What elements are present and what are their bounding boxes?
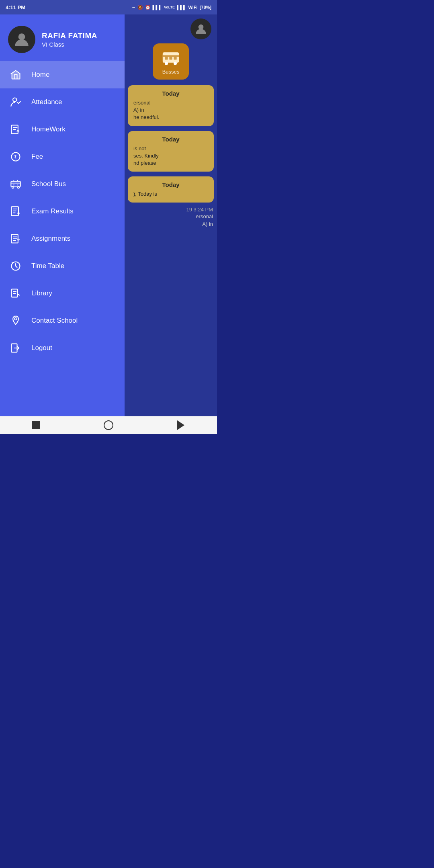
contactschool-icon xyxy=(9,314,23,328)
timetable-icon xyxy=(9,259,23,273)
signal-bars-icon: ▌▌▌ xyxy=(153,5,162,10)
nav-item-fee[interactable]: ₹ Fee xyxy=(0,143,125,170)
circle-icon xyxy=(104,420,113,430)
card-text-1: ersonalA) inhe needful. xyxy=(133,99,208,121)
assignments-icon xyxy=(9,232,23,246)
nav-list: Home Attedance xyxy=(0,61,125,416)
library-icon xyxy=(9,287,23,300)
notification-card-2[interactable]: Today is notses. Kindlynd please xyxy=(128,131,214,172)
schoolbus-icon xyxy=(9,177,23,191)
back-icon xyxy=(177,420,184,430)
sidebar: RAFIA FATIMA VI Class Home xyxy=(0,14,125,416)
right-panel: Busses Today ersonalA) inhe needful. Tod… xyxy=(125,14,217,416)
profile-section: RAFIA FATIMA VI Class xyxy=(0,14,125,61)
attendance-icon xyxy=(9,95,23,109)
alarm-icon: ⏰ xyxy=(145,5,151,10)
nav-label-examresults: Exam Results xyxy=(31,207,74,215)
nav-item-library[interactable]: Library xyxy=(0,280,125,307)
buses-label: Busses xyxy=(162,69,180,75)
main-layout: RAFIA FATIMA VI Class Home xyxy=(0,14,217,416)
signal-bars2-icon: ▌▌▌ xyxy=(177,5,186,10)
svg-text:₹: ₹ xyxy=(14,154,17,160)
svg-point-6 xyxy=(12,186,14,188)
buses-btn-container: Busses xyxy=(125,43,217,84)
back-button[interactable] xyxy=(175,419,187,431)
svg-rect-20 xyxy=(169,57,172,59)
nav-item-assignments[interactable]: Assignments xyxy=(0,225,125,252)
svg-rect-21 xyxy=(174,57,176,59)
nav-label-home: Home xyxy=(31,71,49,79)
nav-label-assignments: Assignments xyxy=(31,235,70,243)
nav-item-home[interactable]: Home xyxy=(0,61,125,88)
square-button[interactable] xyxy=(30,419,42,431)
volte-icon: VoLTE xyxy=(164,5,175,9)
profile-name: RAFIA FATIMA xyxy=(42,31,97,40)
nav-label-library: Library xyxy=(31,289,52,297)
svg-point-14 xyxy=(199,25,204,30)
card-text-3: ), Today is xyxy=(133,190,208,198)
nav-item-logout[interactable]: Logout xyxy=(0,334,125,362)
battery-icon: [78%] xyxy=(200,5,211,10)
notification-card-1[interactable]: Today ersonalA) inhe needful. xyxy=(128,85,214,126)
nav-label-contactschool: Contact School xyxy=(31,317,78,325)
status-time: 4:11 PM xyxy=(6,4,25,10)
top-avatar-icon xyxy=(194,23,207,35)
top-right-area xyxy=(125,14,217,43)
nav-item-schoolbus[interactable]: School Bus xyxy=(0,170,125,198)
nav-label-fee: Fee xyxy=(31,153,43,161)
card-date-2: Today xyxy=(133,136,208,143)
homework-icon xyxy=(9,123,23,136)
svg-point-12 xyxy=(14,317,17,320)
bottom-preview-1: ersonal xyxy=(192,213,217,220)
card-text-2: is notses. Kindlynd please xyxy=(133,145,208,167)
fee-icon: ₹ xyxy=(9,150,23,164)
wifi-icon: WiFi xyxy=(188,5,198,10)
home-button[interactable] xyxy=(102,419,115,431)
buses-icon xyxy=(162,49,180,66)
avatar-icon xyxy=(13,31,30,48)
nav-item-contactschool[interactable]: Contact School xyxy=(0,307,125,334)
bottom-timestamp: 19 3:24 PM xyxy=(182,204,217,213)
logout-icon xyxy=(9,341,23,355)
bottom-bar xyxy=(0,416,217,434)
nav-item-homework[interactable]: HomeWork xyxy=(0,116,125,143)
cards-area: Today ersonalA) inhe needful. Today is n… xyxy=(125,84,217,204)
nav-label-schoolbus: School Bus xyxy=(31,180,66,188)
svg-rect-5 xyxy=(11,181,20,187)
notification-card-3[interactable]: Today ), Today is xyxy=(128,176,214,203)
buses-button[interactable]: Busses xyxy=(153,43,189,80)
nav-label-timetable: Time Table xyxy=(31,262,64,270)
svg-rect-19 xyxy=(165,57,168,59)
bottom-preview-2: A) in xyxy=(198,220,217,228)
card-date-3: Today xyxy=(133,181,208,188)
nav-item-timetable[interactable]: Time Table xyxy=(0,252,125,280)
home-icon xyxy=(9,68,23,82)
profile-class: VI Class xyxy=(42,41,97,48)
nav-label-logout: Logout xyxy=(31,344,52,352)
svg-point-7 xyxy=(18,186,20,188)
examresults-icon xyxy=(9,205,23,218)
profile-info: RAFIA FATIMA VI Class xyxy=(42,31,97,48)
nav-item-attendance[interactable]: Attedance xyxy=(0,88,125,116)
top-avatar[interactable] xyxy=(190,18,211,39)
status-bar: 4:11 PM ··· 🔕 ⏰ ▌▌▌ VoLTE ▌▌▌ WiFi [78%] xyxy=(0,0,217,14)
card-date-1: Today xyxy=(133,90,208,97)
svg-point-17 xyxy=(165,61,168,65)
nav-item-examresults[interactable]: Exam Results xyxy=(0,198,125,225)
svg-point-0 xyxy=(18,33,25,40)
square-icon xyxy=(32,421,40,429)
signal-dots-icon: ··· xyxy=(131,5,135,10)
mute-icon: 🔕 xyxy=(137,5,143,10)
nav-label-attendance: Attedance xyxy=(31,98,62,106)
avatar xyxy=(8,26,35,53)
nav-label-homework: HomeWork xyxy=(31,125,66,133)
svg-point-18 xyxy=(174,61,177,65)
status-icons: ··· 🔕 ⏰ ▌▌▌ VoLTE ▌▌▌ WiFi [78%] xyxy=(131,5,211,10)
svg-point-1 xyxy=(13,98,16,102)
